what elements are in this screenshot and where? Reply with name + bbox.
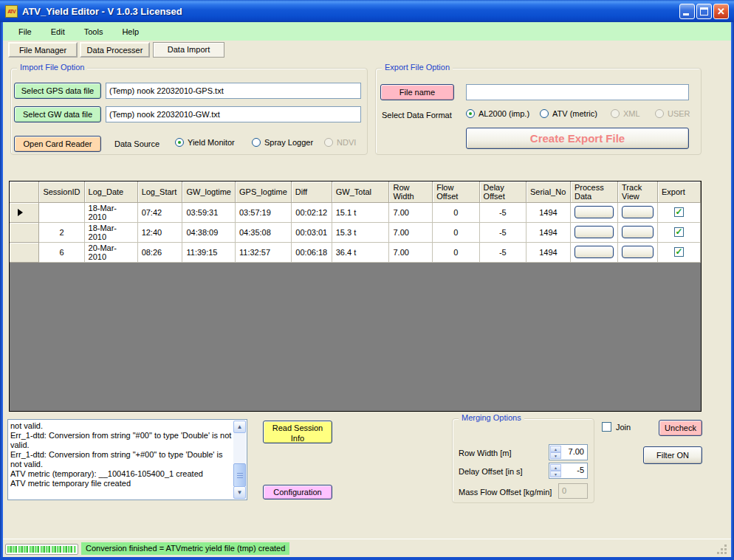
radio-al2000[interactable]: AL2000 (imp.) (466, 109, 529, 118)
minimize-button[interactable] (679, 4, 695, 19)
scroll-up-icon[interactable]: ▲ (233, 421, 246, 433)
cell-log-date[interactable]: 18-Mar-2010 (84, 202, 137, 222)
export-checkbox[interactable]: ✓ (674, 227, 684, 237)
join-checkbox[interactable] (602, 422, 611, 432)
col-header-sessionid[interactable]: SessionID (39, 182, 84, 202)
grid-corner-header[interactable] (10, 182, 39, 202)
cell-log-date[interactable]: 20-Mar-2010 (84, 242, 137, 262)
col-header-diff[interactable]: Diff (291, 182, 332, 202)
open-card-reader-button[interactable]: Open Card Reader (14, 136, 101, 152)
export-file-name-input[interactable] (466, 84, 689, 100)
create-export-file-button[interactable]: Create Export File (466, 128, 689, 149)
cell-flow-offset[interactable]: 0 (433, 242, 479, 262)
gw-file-input[interactable] (106, 106, 361, 122)
select-gw-data-file-button[interactable]: Select GW data file (14, 106, 101, 122)
col-header-gps-logtime[interactable]: GPS_logtime (236, 182, 292, 202)
track-view-button[interactable] (622, 206, 654, 218)
radio-atv-metric[interactable]: ATV (metric) (540, 109, 597, 118)
col-header-log-date[interactable]: Log_Date (84, 182, 137, 202)
col-header-serial-no[interactable]: Serial_No (527, 182, 571, 202)
process-data-button[interactable] (574, 246, 614, 258)
title-bar[interactable]: ATV ATV_Yield Editor - V 1.0.3 Licensed … (0, 0, 734, 22)
cell-row-width[interactable]: 7.00 (389, 202, 433, 222)
file-name-button[interactable]: File name (380, 84, 454, 100)
col-header-export[interactable]: Export (657, 182, 700, 202)
menu-help[interactable]: Help (112, 24, 148, 39)
col-header-flow-offset[interactable]: Flow Offset (433, 182, 479, 202)
filter-on-button[interactable]: Filter ON (643, 446, 702, 464)
process-data-button[interactable] (574, 206, 614, 218)
tab-data-processer[interactable]: Data Processer (80, 42, 150, 58)
cell-gw-logtime[interactable]: 04:38:09 (182, 222, 236, 242)
process-data-button[interactable] (574, 226, 614, 238)
radio-yield-monitor[interactable]: Yield Monitor (175, 138, 235, 147)
cell-gw-logtime[interactable]: 11:39:15 (182, 242, 236, 262)
cell-log-start[interactable]: 07:42 (137, 202, 182, 222)
cell-delay-offset[interactable]: -5 (479, 222, 526, 242)
track-view-button[interactable] (622, 226, 654, 238)
tab-file-manager[interactable]: File Manager (8, 42, 78, 58)
app-icon[interactable]: ATV (5, 5, 18, 18)
cell-log-start[interactable]: 12:40 (137, 222, 182, 242)
cell-delay-offset[interactable]: -5 (479, 242, 526, 262)
cell-sessionid[interactable]: 2 (39, 222, 84, 242)
log-scrollbar[interactable]: ▲ ▼ (233, 421, 246, 499)
menu-file[interactable]: File (9, 24, 41, 39)
row-selector[interactable] (10, 202, 39, 222)
col-header-delay-offset[interactable]: Delay Offset (479, 182, 526, 202)
spin-up-icon[interactable]: ▲ (550, 464, 561, 471)
cell-serial-no[interactable]: 1494 (527, 242, 571, 262)
cell-log-date[interactable]: 18-Mar-2010 (84, 222, 137, 242)
row-selector[interactable] (10, 222, 39, 242)
cell-diff[interactable]: 00:03:01 (291, 222, 332, 242)
col-header-log-start[interactable]: Log_Start (137, 182, 182, 202)
cell-serial-no[interactable]: 1494 (527, 222, 571, 242)
maximize-button[interactable] (696, 4, 712, 19)
join-checkbox-row[interactable]: Join (602, 422, 631, 432)
scrollbar-thumb[interactable] (233, 463, 246, 487)
uncheck-button[interactable]: Uncheck (659, 420, 702, 436)
read-session-info-button[interactable]: Read Session Info (263, 421, 332, 443)
cell-row-width[interactable]: 7.00 (389, 222, 433, 242)
cell-gw-total[interactable]: 15.3 t (332, 222, 389, 242)
menu-edit[interactable]: Edit (41, 24, 75, 39)
cell-delay-offset[interactable]: -5 (479, 202, 526, 222)
col-header-gw-logtime[interactable]: GW_logtime (182, 182, 236, 202)
resize-grip[interactable] (718, 545, 727, 554)
cell-sessionid[interactable]: 1 (39, 202, 84, 222)
row-selector[interactable] (10, 242, 39, 262)
select-gps-data-file-button[interactable]: Select GPS data file (14, 83, 101, 99)
cell-sessionid[interactable]: 6 (39, 242, 84, 262)
col-header-gw-total[interactable]: GW_Total (332, 182, 389, 202)
cell-diff[interactable]: 00:06:18 (291, 242, 332, 262)
export-checkbox[interactable]: ✓ (674, 207, 684, 217)
radio-spray-logger[interactable]: Spray Logger (252, 138, 313, 147)
spin-up-icon[interactable]: ▲ (550, 446, 561, 452)
export-checkbox[interactable]: ✓ (674, 247, 684, 257)
cell-row-width[interactable]: 7.00 (389, 242, 433, 262)
cell-serial-no[interactable]: 1494 (527, 202, 571, 222)
cell-flow-offset[interactable]: 0 (433, 202, 479, 222)
cell-gw-logtime[interactable]: 03:59:31 (182, 202, 236, 222)
gps-file-input[interactable] (106, 83, 361, 99)
spin-down-icon[interactable]: ▼ (550, 452, 561, 459)
col-header-track-view[interactable]: Track View (618, 182, 658, 202)
cell-gps-logtime[interactable]: 11:32:57 (236, 242, 292, 262)
track-view-button[interactable] (622, 246, 654, 258)
row-width-stepper[interactable]: ▲ ▼ 7.00 (549, 444, 588, 460)
col-header-process-data[interactable]: Process Data (570, 182, 617, 202)
cell-gps-logtime[interactable]: 04:35:08 (236, 222, 292, 242)
close-button[interactable]: ✕ (713, 4, 729, 19)
cell-flow-offset[interactable]: 0 (433, 222, 479, 242)
spin-down-icon[interactable]: ▼ (550, 471, 561, 477)
tab-data-import[interactable]: Data Import (153, 42, 224, 58)
cell-gw-total[interactable]: 36.4 t (332, 242, 389, 262)
configuration-button[interactable]: Configuration (263, 485, 332, 499)
col-header-row-width[interactable]: Row Width (389, 182, 433, 202)
log-output-box[interactable]: not valid. Err_1-dtd: Conversion from st… (7, 419, 247, 500)
cell-log-start[interactable]: 08:26 (137, 242, 182, 262)
scroll-down-icon[interactable]: ▼ (233, 486, 246, 499)
menu-tools[interactable]: Tools (75, 24, 113, 39)
cell-diff[interactable]: 00:02:12 (291, 202, 332, 222)
cell-gps-logtime[interactable]: 03:57:19 (236, 202, 292, 222)
